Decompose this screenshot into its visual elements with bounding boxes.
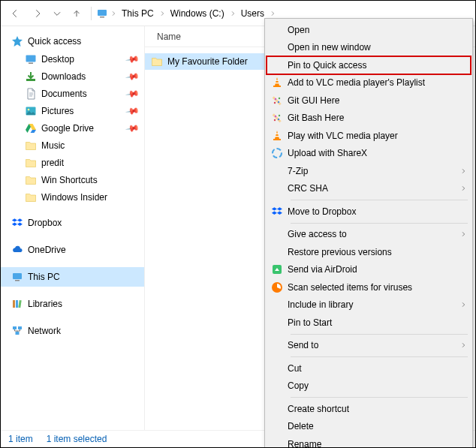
svg-rect-0 — [98, 10, 107, 16]
chevron-right-icon — [460, 166, 466, 176]
nav-item[interactable]: Win Shortcuts — [1, 171, 144, 188]
menu-item[interactable]: Rename — [267, 435, 471, 448]
menu-item-label: Delete — [288, 421, 314, 431]
up-button[interactable] — [67, 4, 86, 23]
svg-rect-7 — [13, 273, 22, 279]
vlc-icon — [267, 130, 288, 142]
vlc-icon — [267, 77, 288, 89]
menu-item[interactable]: Open — [267, 21, 471, 39]
folder-icon — [151, 56, 163, 68]
chevron-right-icon — [460, 340, 466, 350]
menu-item[interactable]: Pin to Quick access — [267, 56, 471, 74]
menu-item[interactable]: Pin to Start — [267, 314, 471, 332]
pin-icon: 📌 — [125, 86, 140, 101]
menu-item[interactable]: Cut — [267, 359, 471, 377]
folder-icon — [25, 191, 37, 203]
back-button[interactable] — [5, 4, 25, 23]
quick-access-label: Quick access — [28, 36, 81, 47]
chevron-right-icon[interactable] — [267, 8, 278, 19]
menu-item-label: Send via AirDroid — [288, 264, 357, 275]
menu-item[interactable]: CRC SHA — [267, 180, 471, 198]
breadcrumb-seg[interactable]: This PC — [119, 8, 157, 19]
svg-point-24 — [274, 119, 276, 121]
menu-item-label: Git Bash Here — [288, 113, 344, 123]
svg-rect-9 — [13, 300, 15, 308]
nav-item[interactable]: Downloads📌 — [1, 68, 144, 85]
nav-root-libraries[interactable]: Libraries — [1, 294, 144, 314]
menu-item[interactable]: Send to — [267, 337, 471, 355]
svg-rect-12 — [13, 326, 17, 329]
airdroid-icon — [267, 263, 288, 275]
menu-item[interactable]: Git GUI Here — [267, 92, 471, 110]
chevron-right-icon[interactable] — [108, 8, 119, 19]
menu-item[interactable]: Move to Dropbox — [267, 203, 471, 221]
menu-item[interactable]: Add to VLC media player's Playlist — [267, 74, 471, 92]
svg-rect-23 — [273, 114, 282, 123]
svg-rect-2 — [26, 55, 36, 62]
nav-item[interactable]: Documents📌 — [1, 85, 144, 102]
svg-rect-28 — [273, 139, 281, 140]
nav-item[interactable]: Windows Insider — [1, 188, 144, 206]
menu-item[interactable]: 7-Zip — [267, 162, 471, 180]
chevron-right-icon[interactable] — [157, 8, 167, 19]
menu-item[interactable]: Scan selected items for viruses — [267, 278, 471, 296]
menu-item-label: Pin to Quick access — [288, 60, 366, 71]
svg-rect-4 — [26, 79, 35, 81]
pictures-icon — [25, 105, 37, 117]
nav-root-this-pc[interactable]: This PC — [1, 267, 144, 287]
nav-root-label: Network — [28, 326, 61, 336]
pin-icon: 📌 — [125, 103, 140, 118]
svg-rect-13 — [18, 326, 22, 329]
svg-rect-8 — [15, 280, 20, 281]
folder-icon — [25, 140, 37, 152]
folder-icon — [25, 174, 37, 186]
menu-item[interactable]: Open in new window — [267, 39, 471, 57]
libraries-icon — [11, 298, 23, 310]
svg-rect-10 — [16, 300, 18, 308]
navigation-pane: Quick access Desktop📌Downloads📌Documents… — [1, 26, 145, 430]
nav-item-label: Win Shortcuts — [41, 175, 98, 185]
breadcrumb-seg[interactable]: Windows (C:) — [167, 8, 227, 19]
svg-rect-16 — [276, 80, 279, 81]
menu-item[interactable]: Copy — [267, 377, 471, 395]
sharex-icon — [267, 147, 288, 159]
svg-point-25 — [279, 115, 280, 116]
menu-item[interactable]: Give access to — [267, 226, 471, 244]
svg-rect-15 — [273, 86, 281, 87]
nav-root-onedrive[interactable]: OneDrive — [1, 240, 144, 260]
forward-button[interactable] — [28, 4, 47, 23]
breadcrumb[interactable]: This PC Windows (C:) Users — [96, 5, 278, 23]
nav-item[interactable]: Pictures📌 — [1, 102, 144, 119]
chevron-right-icon[interactable] — [227, 8, 238, 19]
thispc-icon — [96, 8, 108, 20]
menu-item[interactable]: Restore previous versions — [267, 243, 471, 261]
menu-item[interactable]: Send via AirDroid — [267, 261, 471, 279]
menu-item[interactable]: Play with VLC media player — [267, 127, 471, 145]
nav-root-dropbox[interactable]: Dropbox — [1, 213, 144, 233]
menu-item-label: Open — [288, 25, 309, 35]
nav-item[interactable]: Music — [1, 137, 144, 154]
nav-item-label: Downloads — [41, 71, 86, 82]
nav-item[interactable]: predit — [1, 154, 144, 171]
menu-item-label: Scan selected items for viruses — [288, 282, 412, 293]
menu-item[interactable]: Git Bash Here — [267, 110, 471, 128]
menu-separator — [291, 200, 468, 200]
breadcrumb-seg[interactable]: Users — [238, 8, 267, 19]
list-item-label: My Favourite Folder — [167, 56, 248, 67]
nav-item[interactable]: Desktop📌 — [1, 50, 144, 68]
menu-item[interactable]: Upload with ShareX — [267, 145, 471, 163]
menu-item[interactable]: Include in library — [267, 296, 471, 314]
quick-access-root[interactable]: Quick access — [1, 32, 144, 50]
nav-item[interactable]: Google Drive📌 — [1, 119, 144, 137]
context-menu: OpenOpen in new windowPin to Quick acces… — [264, 18, 473, 448]
svg-point-26 — [278, 119, 279, 120]
nav-root-label: This PC — [28, 272, 60, 282]
menu-item[interactable]: Create shortcut — [267, 400, 471, 418]
history-dropdown[interactable] — [50, 4, 64, 23]
menu-item[interactable]: Delete — [267, 418, 471, 436]
git-icon — [267, 112, 288, 124]
pin-icon: 📌 — [125, 68, 140, 83]
nav-item-label: Documents — [41, 89, 87, 99]
chevron-right-icon — [460, 229, 466, 239]
nav-root-network[interactable]: Network — [1, 321, 144, 341]
